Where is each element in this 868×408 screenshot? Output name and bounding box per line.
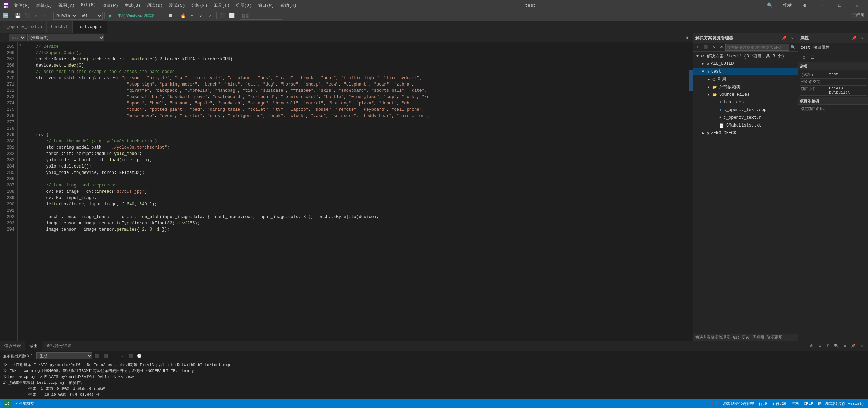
add-to-scm-btn[interactable]: ➕ ➕ 添加到源代码管理	[709, 401, 755, 406]
encoding-status[interactable]: CRLF	[803, 402, 814, 406]
output-btn-4[interactable]: ↓	[119, 352, 126, 359]
output-close-btn[interactable]: ✕	[858, 342, 865, 349]
menu-git[interactable]: Git(G)	[78, 2, 99, 9]
row-col-status[interactable]: 行:9 字符:29	[758, 401, 787, 406]
tab-c-opencv-text-h[interactable]: c_opencv_text.h	[0, 21, 47, 33]
output-btn-6[interactable]: 🕒	[136, 352, 143, 359]
manage-label[interactable]: 管理员	[850, 12, 867, 19]
run-debugger-btn[interactable]: 本地 Windows 调试器	[116, 12, 157, 19]
new-project-btn[interactable]: 🆕	[1, 12, 10, 20]
output-btn-5[interactable]: ⬛	[127, 352, 134, 359]
step-over-btn[interactable]: ↷	[188, 12, 196, 20]
search-icon[interactable]: 🔍	[790, 44, 797, 51]
breakpoints-btn[interactable]: ⬜	[228, 12, 236, 20]
config-combo[interactable]: RelWith	[53, 12, 77, 20]
menu-help[interactable]: 帮助(H)	[278, 2, 299, 9]
output-settings-btn[interactable]: ⚙	[841, 342, 848, 349]
save-btn[interactable]: 💾	[14, 12, 22, 20]
spaces-status[interactable]: 空格	[790, 401, 800, 406]
stop-btn[interactable]: ⏹	[167, 12, 175, 20]
maximize-btn[interactable]: □	[832, 0, 848, 11]
output-source-combo[interactable]: 生成	[36, 352, 92, 359]
tree-item-source-files[interactable]: ▼ 📂 Source Files	[693, 91, 798, 98]
editor-expand-btn[interactable]: ⊞	[682, 33, 691, 42]
tree-item-zero-check[interactable]: ▶ ⚙ ZERO_CHECK	[693, 129, 798, 137]
code-area[interactable]: // Device //IsSupportCuda(); torch::Devi…	[23, 42, 689, 341]
menu-window[interactable]: 窗口(W)	[255, 2, 277, 9]
menu-extensions[interactable]: 扩展(X)	[233, 2, 255, 9]
tree-item-c-opencv-cpp[interactable]: + c_opencv_text.cpp	[693, 106, 798, 114]
pause-btn[interactable]: ⏸	[158, 12, 166, 20]
prop-icon-2[interactable]: ☰	[809, 54, 816, 61]
output-btn-3[interactable]: ↑	[111, 352, 118, 359]
footer-btn-resource[interactable]: 资源视图	[767, 335, 782, 340]
output-find-btn[interactable]: 🔍	[833, 342, 840, 349]
filter-icon[interactable]: ⚫	[702, 44, 709, 51]
scope-combo[interactable]: (全局范围)	[27, 34, 104, 41]
output-btn-1[interactable]: ⬛	[94, 352, 101, 359]
fold-toggle-icon[interactable]: ▼	[18, 42, 23, 48]
close-panel-icon[interactable]: ✕	[789, 35, 796, 42]
tab-find-results[interactable]: 查找符号结果	[42, 341, 76, 351]
preview-icon[interactable]: 👁	[718, 44, 725, 51]
breakpoint-btn[interactable]: ⬛	[218, 12, 227, 20]
search-btn[interactable]: 🔍	[762, 0, 778, 11]
pin-icon[interactable]: 📌	[780, 35, 787, 42]
platform-combo[interactable]: x64	[78, 12, 103, 20]
tree-item-test[interactable]: ▼ ⊡ test	[693, 68, 798, 75]
editor-content[interactable]: 2652662672682692702712722732742752762772…	[0, 42, 693, 341]
tab-output[interactable]: 输出	[25, 341, 42, 351]
login-btn[interactable]: 登录	[779, 0, 795, 11]
app-logo	[3, 2, 9, 8]
tab-close-icon[interactable]: ✕	[99, 25, 103, 29]
output-wrap-btn[interactable]: ↵	[816, 342, 823, 349]
solution-search-input[interactable]	[725, 44, 789, 51]
tree-item-c-opencv-h[interactable]: + c_opencv_text.h	[693, 114, 798, 122]
settings-icon[interactable]: ⚙	[710, 44, 717, 51]
menu-view[interactable]: 视图(V)	[56, 2, 77, 9]
tab-torch-h[interactable]: torch.h	[47, 21, 73, 33]
step-into-btn[interactable]: ↙	[197, 12, 206, 20]
menu-analyze[interactable]: 分析(N)	[188, 2, 210, 9]
start-debug-icon[interactable]: ▶	[106, 12, 115, 20]
solution-root[interactable]: ▼ 🗂 解决方案 'test' (3个项目，共 3 个)	[693, 52, 798, 60]
file-combo[interactable]: test	[9, 34, 26, 41]
output-clear-btn[interactable]: 🗑	[808, 342, 815, 349]
save-all-btn[interactable]: ⬛	[23, 12, 31, 20]
menu-build[interactable]: 生成(B)	[122, 2, 144, 9]
tree-item-cmake[interactable]: 📄 CMakeLists.txt	[693, 122, 798, 129]
menu-tools[interactable]: 工具(T)	[211, 2, 232, 9]
tree-item-all-build[interactable]: ▶ ⚙ ALL_BUILD	[693, 60, 798, 68]
menu-edit[interactable]: 编辑(E)	[34, 2, 55, 9]
tree-item-test-cpp[interactable]: + test.cpp	[693, 98, 798, 106]
copilot-btn[interactable]: 助 调试器(传输 Assist)	[817, 401, 865, 406]
output-btn-2[interactable]: ⬛	[102, 352, 109, 359]
sync-icon[interactable]: ↻	[695, 44, 702, 51]
menu-file[interactable]: 文件(F)	[11, 2, 33, 9]
step-out-btn[interactable]: ↗	[206, 12, 215, 20]
footer-btn-solution[interactable]: 解决方案资源管理器	[695, 335, 730, 340]
close-btn[interactable]: ✕	[849, 0, 865, 11]
menu-project[interactable]: 项目(P)	[99, 2, 121, 9]
tree-item-external-deps[interactable]: ▶ 📂 外部依赖项	[693, 83, 798, 91]
hot-reload-btn[interactable]: 🔥	[179, 12, 187, 20]
settings-icon[interactable]: ⚙	[797, 0, 813, 11]
prop-icon-1[interactable]: ⊞	[800, 54, 807, 61]
build-status[interactable]: ✓ 生成成功	[14, 401, 35, 406]
tree-item-references[interactable]: ▶ ⬡ 引用	[693, 75, 798, 83]
pin-icon[interactable]: 📌	[850, 35, 857, 42]
tab-test-cpp[interactable]: test.cpp ✕	[73, 21, 107, 33]
source-control-btn[interactable]: ⎇	[3, 399, 12, 408]
minimize-btn[interactable]: ─	[814, 0, 830, 11]
output-pin-btn[interactable]: 📌	[850, 342, 857, 349]
close-panel-icon[interactable]: ✕	[859, 35, 866, 42]
redo-btn[interactable]: ↪	[41, 12, 49, 20]
menu-debug[interactable]: 调试(D)	[144, 2, 166, 9]
output-copy-btn[interactable]: ⎘	[825, 342, 832, 349]
undo-btn[interactable]: ↩	[32, 12, 40, 20]
footer-btn-class[interactable]: 类视图	[752, 335, 764, 340]
menu-test[interactable]: 测试(S)	[166, 2, 188, 9]
footer-btn-git[interactable]: Git 更改	[733, 335, 750, 340]
tab-error-list[interactable]: 错误列表	[0, 341, 25, 351]
search-input[interactable]	[240, 12, 282, 20]
